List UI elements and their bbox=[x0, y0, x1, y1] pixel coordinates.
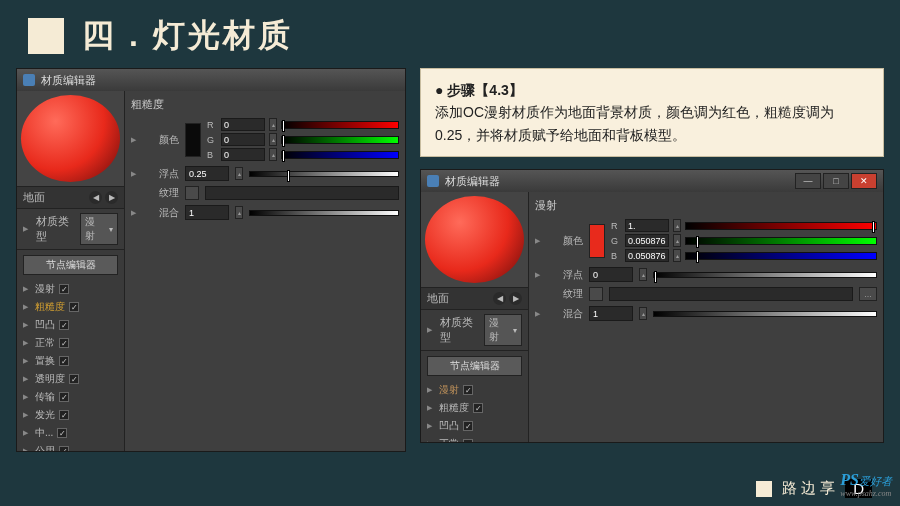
footer-decor-square bbox=[756, 481, 772, 497]
material-name[interactable]: 地面 bbox=[427, 291, 449, 306]
material-name[interactable]: 地面 bbox=[23, 190, 45, 205]
r-input[interactable]: 0 bbox=[221, 118, 265, 131]
spinner-icon[interactable]: ▴ bbox=[639, 268, 647, 281]
spinner-icon[interactable]: ▴ bbox=[235, 206, 243, 219]
float-slider[interactable] bbox=[653, 272, 877, 278]
spinner-icon[interactable]: ▴ bbox=[639, 307, 647, 320]
color-swatch[interactable] bbox=[185, 123, 201, 157]
prop-normal[interactable]: 正常 bbox=[439, 437, 459, 442]
prev-arrow-icon[interactable]: ◀ bbox=[493, 292, 506, 305]
material-preview[interactable] bbox=[17, 91, 124, 186]
footer-author: 路 边 享 bbox=[782, 479, 835, 498]
color-label: 颜色 bbox=[549, 234, 583, 248]
mix-slider[interactable] bbox=[249, 210, 399, 216]
b-slider[interactable] bbox=[685, 252, 877, 260]
mix-input[interactable]: 1 bbox=[185, 205, 229, 220]
prop-normal[interactable]: 正常 bbox=[35, 336, 55, 350]
color-swatch[interactable] bbox=[589, 224, 605, 258]
r-slider[interactable] bbox=[281, 121, 399, 129]
node-editor-button[interactable]: 节点编辑器 bbox=[427, 356, 522, 376]
spinner-icon[interactable]: ▴ bbox=[269, 118, 277, 131]
expand-icon[interactable]: ▶ bbox=[131, 136, 139, 144]
material-type-row: ▶ 材质类型 漫射 bbox=[421, 310, 528, 351]
b-input[interactable]: 0.050876 bbox=[625, 249, 669, 262]
window-title: 材质编辑器 bbox=[445, 174, 500, 189]
spinner-icon[interactable]: ▴ bbox=[673, 219, 681, 232]
g-slider[interactable] bbox=[685, 237, 877, 245]
float-slider[interactable] bbox=[249, 171, 399, 177]
g-input[interactable]: 0.050876 bbox=[625, 234, 669, 247]
prop-emission[interactable]: 发光 bbox=[35, 408, 55, 422]
prop-roughness[interactable]: 粗糙度 bbox=[439, 401, 469, 415]
next-arrow-icon[interactable]: ▶ bbox=[105, 191, 118, 204]
prop-bump[interactable]: 凹凸 bbox=[35, 318, 55, 332]
prop-displace[interactable]: 置换 bbox=[35, 354, 55, 368]
prop-bump[interactable]: 凹凸 bbox=[439, 419, 459, 433]
texture-menu-button[interactable] bbox=[185, 186, 199, 200]
mix-input[interactable]: 1 bbox=[589, 306, 633, 321]
watermark-url: www.psahz.com bbox=[840, 489, 892, 498]
spinner-icon[interactable]: ▴ bbox=[673, 234, 681, 247]
preview-sphere-icon bbox=[425, 196, 524, 283]
r-slider[interactable] bbox=[685, 222, 877, 230]
r-input[interactable]: 1. bbox=[625, 219, 669, 232]
g-slider[interactable] bbox=[281, 136, 399, 144]
texture-menu-button[interactable] bbox=[589, 287, 603, 301]
page-header: 四 . 灯光材质 bbox=[0, 0, 900, 68]
mix-label: 混合 bbox=[549, 307, 583, 321]
prop-roughness[interactable]: 粗糙度 bbox=[35, 300, 65, 314]
prev-arrow-icon[interactable]: ◀ bbox=[89, 191, 102, 204]
close-button[interactable]: ✕ bbox=[851, 173, 877, 189]
texture-field[interactable] bbox=[205, 186, 399, 200]
expand-icon[interactable]: ▶ bbox=[131, 209, 139, 217]
expand-icon[interactable]: ▶ bbox=[535, 271, 543, 279]
b-input[interactable]: 0 bbox=[221, 148, 265, 161]
expand-icon[interactable]: ▶ bbox=[23, 225, 30, 233]
material-name-row: 地面 ◀ ▶ bbox=[421, 287, 528, 310]
float-input[interactable]: 0 bbox=[589, 267, 633, 282]
next-arrow-icon[interactable]: ▶ bbox=[509, 292, 522, 305]
prop-opacity[interactable]: 透明度 bbox=[35, 372, 65, 386]
material-editor-left: 材质编辑器 地面 ◀ ▶ ▶ 材质类型 bbox=[16, 68, 406, 452]
prop-transmission[interactable]: 传输 bbox=[35, 390, 55, 404]
float-input[interactable]: 0.25 bbox=[185, 166, 229, 181]
window-title: 材质编辑器 bbox=[41, 73, 96, 88]
expand-icon[interactable]: ▶ bbox=[535, 310, 543, 318]
app-icon bbox=[427, 175, 439, 187]
mix-label: 混合 bbox=[145, 206, 179, 220]
g-input[interactable]: 0 bbox=[221, 133, 265, 146]
expand-icon[interactable]: ▶ bbox=[427, 326, 434, 334]
texture-label: 纹理 bbox=[549, 287, 583, 301]
minimize-button[interactable]: — bbox=[795, 173, 821, 189]
titlebar[interactable]: 材质编辑器 — □ ✕ bbox=[421, 170, 883, 192]
texture-browse-button[interactable]: … bbox=[859, 287, 877, 301]
texture-label: 纹理 bbox=[145, 186, 179, 200]
expand-icon[interactable]: ▶ bbox=[535, 237, 543, 245]
prop-diffuse[interactable]: 漫射 bbox=[439, 383, 459, 397]
material-preview[interactable] bbox=[421, 192, 528, 287]
mat-type-dropdown[interactable]: 漫射 bbox=[80, 213, 118, 245]
watermark: PS爱好者 www.psahz.com bbox=[840, 471, 892, 498]
watermark-text: 爱好者 bbox=[859, 475, 892, 487]
mat-type-dropdown[interactable]: 漫射 bbox=[484, 314, 522, 346]
spinner-icon[interactable]: ▴ bbox=[673, 249, 681, 262]
spinner-icon[interactable]: ▴ bbox=[269, 133, 277, 146]
preview-sphere-icon bbox=[21, 95, 120, 182]
node-editor-button[interactable]: 节点编辑器 bbox=[23, 255, 118, 275]
texture-field[interactable] bbox=[609, 287, 853, 301]
mix-slider[interactable] bbox=[653, 311, 877, 317]
property-list: ▶漫射✓ ▶粗糙度✓ ▶凹凸✓ ▶正常✓ ▶置换✓ ▶透明度✓ ▶传输✓ ▶发光… bbox=[17, 280, 124, 451]
section-roughness: 粗糙度 bbox=[131, 97, 399, 112]
prop-diffuse[interactable]: 漫射 bbox=[35, 282, 55, 296]
spinner-icon[interactable]: ▴ bbox=[235, 167, 243, 180]
prop-medium[interactable]: 中... bbox=[35, 426, 53, 440]
prop-common[interactable]: 公用 bbox=[35, 444, 55, 451]
property-list: ▶漫射✓ ▶粗糙度✓ ▶凹凸✓ ▶正常✓ bbox=[421, 381, 528, 442]
maximize-button[interactable]: □ bbox=[823, 173, 849, 189]
material-name-row: 地面 ◀ ▶ bbox=[17, 186, 124, 209]
spinner-icon[interactable]: ▴ bbox=[269, 148, 277, 161]
expand-icon[interactable]: ▶ bbox=[131, 170, 139, 178]
titlebar[interactable]: 材质编辑器 bbox=[17, 69, 405, 91]
header-decor-square bbox=[28, 18, 64, 54]
b-slider[interactable] bbox=[281, 151, 399, 159]
